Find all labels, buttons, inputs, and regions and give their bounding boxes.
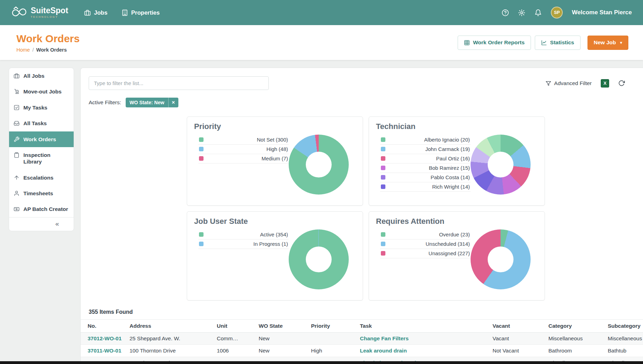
sidebar-item-escalations[interactable]: Escalations bbox=[9, 170, 74, 185]
column-header-wo-state[interactable]: WO State bbox=[255, 320, 308, 333]
sidebar-item-work-orders[interactable]: Work Orders bbox=[9, 131, 74, 147]
legend-label: Active (354) bbox=[260, 232, 288, 237]
charts-grid: Priority Not Set (300)High (48)Medium (7… bbox=[187, 116, 545, 301]
legend-swatch bbox=[199, 137, 204, 142]
cell-category: Bathroom bbox=[545, 345, 604, 357]
sidebar-item-label: Move-out Jobs bbox=[23, 88, 61, 95]
column-header-priority[interactable]: Priority bbox=[308, 320, 356, 333]
task-link[interactable]: Leak around drain bbox=[360, 348, 407, 354]
avatar[interactable]: SP bbox=[551, 7, 563, 18]
technician-donut-chart[interactable] bbox=[471, 135, 531, 195]
bell-icon[interactable] bbox=[534, 9, 542, 16]
legend-item[interactable]: Unassigned (227) bbox=[380, 249, 471, 258]
advanced-filter-button[interactable]: Advanced Filter bbox=[546, 80, 592, 86]
legend-swatch bbox=[381, 166, 385, 170]
column-header-address[interactable]: Address bbox=[126, 320, 213, 333]
building-icon bbox=[121, 9, 128, 16]
sidebar-item-move-out-jobs[interactable]: Move-out Jobs bbox=[9, 84, 74, 99]
legend-item[interactable]: Pablo Costa (14) bbox=[380, 173, 471, 182]
excel-export-icon[interactable]: X bbox=[601, 79, 609, 88]
sidebar-collapse-button[interactable]: « bbox=[9, 217, 74, 231]
legend-item[interactable]: Bob Ramirez (15) bbox=[380, 164, 471, 173]
funnel-icon bbox=[546, 81, 551, 86]
column-header-vacant[interactable]: Vacant bbox=[489, 320, 545, 333]
items-found-count: 355 Items Found bbox=[89, 309, 643, 315]
welcome-text: Welcome Stan Pierce bbox=[572, 9, 632, 16]
sidebar-item-label: Work Orders bbox=[23, 136, 56, 143]
user-icon bbox=[14, 190, 20, 196]
suitespot-logo[interactable]: SuiteSpot TECHNOLOGY bbox=[11, 6, 68, 19]
gear-icon[interactable] bbox=[518, 9, 525, 16]
cell-address: 25 Sheppard Ave. W. bbox=[126, 333, 213, 345]
sidebar-item-all-jobs[interactable]: All Jobs bbox=[9, 68, 74, 84]
legend-item[interactable]: Medium (7) bbox=[198, 154, 289, 164]
window-bottom-edge bbox=[0, 361, 643, 364]
table-row[interactable]: 37011-WO-01100 Thornton Drive1006NewHigh… bbox=[81, 345, 643, 357]
active-filters-label: Active Filters: bbox=[89, 99, 121, 106]
task-link[interactable]: Change Fan Filters bbox=[360, 335, 409, 341]
legend-label: Overdue (23) bbox=[439, 232, 470, 237]
cell-wo-state: New bbox=[255, 333, 308, 345]
statistics-button[interactable]: Statistics bbox=[535, 36, 581, 50]
card-title: Requires Attention bbox=[376, 217, 538, 226]
brand-name: SuiteSpot bbox=[31, 7, 68, 15]
sidebar-item-inspection-library[interactable]: Inspection Library bbox=[9, 147, 74, 170]
nav-jobs[interactable]: Jobs bbox=[84, 9, 108, 16]
job-user-state-donut-chart[interactable] bbox=[289, 229, 349, 289]
cell-wo-state: New bbox=[255, 345, 308, 357]
legend-item[interactable]: Rich Wright (14) bbox=[380, 182, 471, 192]
refresh-icon[interactable] bbox=[618, 80, 625, 86]
legend-item[interactable]: Overdue (23) bbox=[380, 230, 471, 240]
legend-swatch bbox=[199, 232, 204, 237]
wo-number-link[interactable]: 37012-WO-01 bbox=[88, 335, 121, 341]
cell-task: Change Fan Filters bbox=[356, 333, 489, 345]
filter-input[interactable] bbox=[89, 76, 269, 90]
sidebar-item-ap-batch-creator[interactable]: AP Batch Creator bbox=[9, 201, 74, 217]
legend-label: Not Set (300) bbox=[257, 137, 288, 143]
legend-item[interactable]: In Progress (1) bbox=[198, 240, 289, 249]
sidebar-item-my-tasks[interactable]: My Tasks bbox=[9, 100, 74, 115]
table-row[interactable]: 37012-WO-0125 Sheppard Ave. W.Comm…NewCh… bbox=[81, 333, 643, 345]
column-header-subcategory[interactable]: Subcategory bbox=[604, 320, 643, 333]
sidebar-item-label: Inspection Library bbox=[23, 152, 69, 165]
line-chart-icon bbox=[541, 40, 547, 46]
legend-item[interactable]: John Carmack (19) bbox=[380, 145, 471, 154]
column-header-category[interactable]: Category bbox=[545, 320, 604, 333]
priority-donut-chart[interactable] bbox=[289, 135, 349, 195]
legend-item[interactable]: Unscheduled (314) bbox=[380, 240, 471, 249]
column-header-task[interactable]: Task bbox=[356, 320, 489, 333]
legend-label: Pablo Costa (14) bbox=[430, 174, 470, 180]
cell-vacant: Not Vacant bbox=[489, 345, 545, 357]
legend-item[interactable]: High (48) bbox=[198, 145, 289, 154]
new-job-button[interactable]: New Job ▾ bbox=[587, 36, 628, 50]
legend-item[interactable]: Paul Ortiz (16) bbox=[380, 154, 471, 164]
help-icon[interactable] bbox=[502, 9, 509, 16]
top-navbar: SuiteSpot TECHNOLOGY Jobs Properties bbox=[0, 0, 643, 25]
legend-item[interactable]: Alberto Ignacio (20) bbox=[380, 135, 471, 145]
cell-task: Leak around drain bbox=[356, 345, 489, 357]
requires-attention-donut-chart[interactable] bbox=[471, 229, 531, 289]
requires-attention-legend: Overdue (23)Unscheduled (314)Unassigned … bbox=[380, 230, 471, 258]
active-filter-chip: WO State: New ✕ bbox=[126, 98, 178, 107]
legend-item[interactable]: Active (354) bbox=[198, 230, 289, 240]
brand-subtitle: TECHNOLOGY bbox=[31, 16, 68, 18]
column-header-unit[interactable]: Unit bbox=[213, 320, 255, 333]
legend-swatch bbox=[381, 232, 385, 237]
nav-properties[interactable]: Properties bbox=[121, 9, 160, 16]
page-header: Work Orders Home/Work Orders Work Order … bbox=[0, 25, 643, 60]
column-header-no[interactable]: No. bbox=[81, 320, 126, 333]
legend-label: Bob Ramirez (15) bbox=[429, 165, 470, 171]
legend-item[interactable]: Not Set (300) bbox=[198, 135, 289, 145]
card-title: Priority bbox=[194, 122, 356, 131]
work-order-reports-button[interactable]: Work Order Reports bbox=[458, 36, 531, 50]
sidebar-item-timesheets[interactable]: Timesheets bbox=[9, 185, 74, 201]
breadcrumb-current: Work Orders bbox=[36, 47, 67, 53]
caret-down-icon: ▾ bbox=[620, 40, 622, 45]
wo-number-link[interactable]: 37011-WO-01 bbox=[88, 348, 121, 354]
card-requires-attention: Requires Attention Overdue (23)Unschedul… bbox=[369, 211, 545, 301]
breadcrumb-home-link[interactable]: Home bbox=[16, 47, 30, 53]
close-icon[interactable]: ✕ bbox=[168, 98, 178, 107]
sidebar-item-all-tasks[interactable]: All Tasks bbox=[9, 115, 74, 131]
sidebar-item-label: All Jobs bbox=[23, 73, 44, 79]
legend-label: Alberto Ignacio (20) bbox=[424, 137, 470, 143]
